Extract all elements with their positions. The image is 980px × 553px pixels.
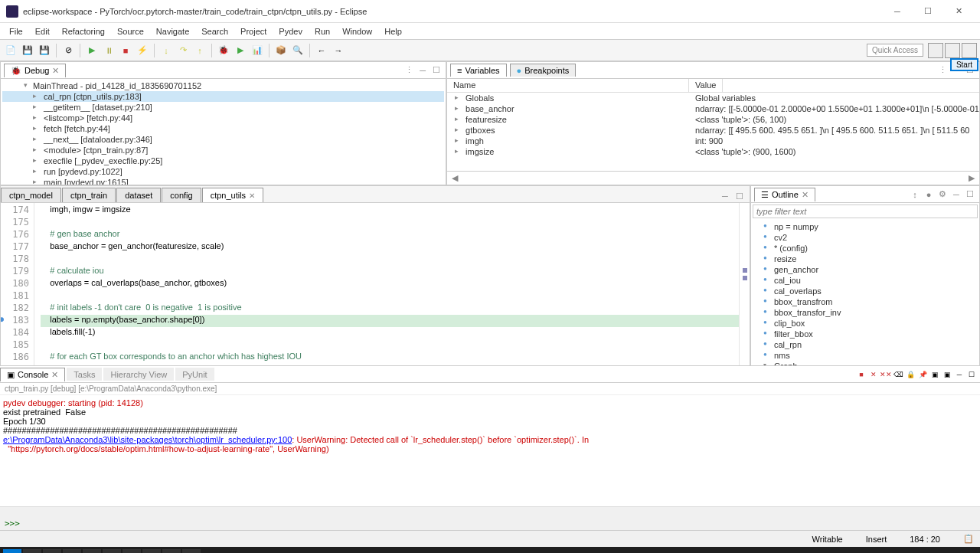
new-class-button[interactable]: 📦	[273, 43, 289, 58]
start-menu-button[interactable]	[3, 549, 21, 553]
perspective-menu[interactable]	[962, 43, 977, 58]
menu-run[interactable]: Run	[309, 25, 336, 38]
thread-node[interactable]: MainThread - pid_14128_id_1835690701152	[2, 80, 444, 91]
quick-access-input[interactable]: Quick Access	[867, 44, 923, 57]
outline-item[interactable]: cal_overlaps	[753, 286, 978, 296]
outline-item[interactable]: clip_box	[753, 318, 978, 329]
windows-taskbar[interactable]	[0, 547, 980, 553]
menu-search[interactable]: Search	[195, 25, 234, 38]
editor-tab[interactable]: config	[162, 188, 201, 202]
debug-tab[interactable]: 🐞 Debug ✕	[4, 64, 66, 77]
debug-stack-tree[interactable]: MainThread - pid_14128_id_1835690701152 …	[1, 79, 446, 185]
scroll-lock-button[interactable]: 🔒	[905, 369, 916, 380]
hide-fields-button[interactable]: ●	[923, 188, 935, 201]
close-icon[interactable]: ✕	[51, 370, 58, 380]
menu-file[interactable]: File	[3, 25, 29, 38]
outline-item[interactable]: cal_iou	[753, 275, 978, 286]
taskbar-app[interactable]	[162, 549, 181, 553]
left-arrow-icon[interactable]: ◀	[447, 173, 462, 183]
taskbar-app[interactable]	[63, 549, 81, 553]
stack-frame[interactable]: execfile [_pydev_execfile.py:25]	[2, 155, 444, 166]
minimize-pane[interactable]: ─	[954, 369, 965, 380]
outline-item[interactable]: cv2	[753, 232, 978, 243]
close-icon[interactable]: ✕	[249, 191, 255, 200]
value-column[interactable]: Value	[689, 79, 723, 92]
console-tab[interactable]: ▣ Console ✕	[0, 368, 65, 381]
outline-item[interactable]: * (config)	[753, 243, 978, 254]
stack-frame[interactable]: __next__ [dataloader.py:346]	[2, 134, 444, 145]
menu-help[interactable]: Help	[378, 25, 408, 38]
minimize-button[interactable]: ─	[882, 1, 913, 22]
filter-button[interactable]: ⚙	[936, 188, 949, 201]
maximize-editor[interactable]: ☐	[736, 191, 746, 202]
stack-frame[interactable]: __getitem__ [dataset.py:210]	[2, 102, 444, 113]
outline-tree[interactable]: np = numpy cv2 * (config) resize gen_anc…	[751, 220, 979, 365]
console-output[interactable]: pydev debugger: starting (pid: 14128) ex…	[0, 395, 980, 506]
editor-tab[interactable]: ctpn_model	[1, 188, 61, 202]
horizontal-scrollbar[interactable]	[0, 506, 980, 517]
search-button[interactable]: 🔍	[290, 43, 305, 58]
resume-button[interactable]: ▶	[84, 43, 100, 58]
maximize-button[interactable]: ☐	[913, 1, 943, 22]
close-button[interactable]: ✕	[943, 1, 974, 22]
outline-item[interactable]: bbox_transfor_inv	[753, 307, 978, 318]
skip-breakpoints-button[interactable]: ⊘	[60, 43, 76, 58]
stack-frame[interactable]: fetch [fetch.py:44]	[2, 123, 444, 134]
debug-perspective[interactable]	[945, 43, 960, 58]
overview-ruler[interactable]	[739, 203, 750, 365]
maximize-pane[interactable]: ☐	[430, 64, 443, 77]
outline-item[interactable]: resize	[753, 254, 978, 264]
pyunit-tab[interactable]: PyUnit	[175, 368, 214, 381]
sort-button[interactable]: ↕	[909, 188, 921, 201]
variables-list[interactable]: GlobalsGlobal variables base_anchorndarr…	[447, 93, 979, 171]
menu-refactoring[interactable]: Refactoring	[56, 25, 111, 38]
stack-frame[interactable]: run [pydevd.py:1022]	[2, 166, 444, 177]
suspend-button[interactable]: ⏸	[101, 43, 116, 58]
outline-item[interactable]: cal_rpn	[753, 339, 978, 350]
console-prompt[interactable]: >>>	[0, 517, 980, 530]
disconnect-button[interactable]: ⚡	[135, 43, 150, 58]
taskbar-app[interactable]	[142, 549, 161, 553]
save-button[interactable]: 💾	[20, 43, 35, 58]
stack-frame[interactable]: <listcomp> [fetch.py:44]	[2, 113, 444, 123]
close-icon[interactable]: ✕	[802, 190, 808, 200]
display-console-button[interactable]: ▣	[929, 369, 940, 380]
outline-tab[interactable]: ☰ Outline ✕	[754, 188, 815, 201]
menu-window[interactable]: Window	[336, 25, 378, 38]
breakpoints-tab[interactable]: ● Breakpoints	[510, 64, 577, 77]
remove-all-button[interactable]: ✕✕	[880, 369, 891, 380]
taskbar-app[interactable]	[182, 549, 201, 553]
terminate-console-button[interactable]: ■	[856, 369, 867, 380]
minimize-pane[interactable]: ─	[950, 188, 962, 201]
clear-console-button[interactable]: ⌫	[893, 369, 903, 380]
debug-view-menu[interactable]: ⋮	[403, 64, 415, 77]
terminate-button[interactable]: ■	[118, 43, 133, 58]
debug-button[interactable]: 🐞	[216, 43, 231, 58]
save-all-button[interactable]: 💾	[37, 43, 52, 58]
outline-item[interactable]: filter_bbox	[753, 329, 978, 339]
stack-frame[interactable]: <module> [ctpn_train.py:87]	[2, 145, 444, 155]
tasks-tab[interactable]: Tasks	[67, 368, 102, 381]
line-gutter[interactable]: 174 175 176 177 178 179 180 181 182 183 …	[1, 203, 34, 365]
remove-launch-button[interactable]: ✕	[868, 369, 879, 380]
pin-console-button[interactable]: 📌	[917, 369, 928, 380]
task-view-button[interactable]	[43, 549, 61, 553]
menu-source[interactable]: Source	[111, 25, 150, 38]
menu-navigate[interactable]: Navigate	[150, 25, 195, 38]
outline-item[interactable]: gen_anchor	[753, 264, 978, 275]
step-over-button[interactable]: ↷	[175, 43, 191, 58]
start-button[interactable]: Start	[950, 58, 978, 71]
minimize-editor[interactable]: ─	[722, 191, 733, 202]
taskbar-app[interactable]	[83, 549, 101, 553]
code-editor[interactable]: imgh, imgw = imgsize # gen base anchor b…	[34, 203, 739, 365]
open-console-button[interactable]: ▣	[942, 369, 952, 380]
taskbar-app[interactable]	[122, 549, 141, 553]
coverage-button[interactable]: 📊	[250, 43, 265, 58]
menu-project[interactable]: Project	[234, 25, 273, 38]
run-button[interactable]: ▶	[233, 43, 248, 58]
vars-view-menu[interactable]: ⋮	[936, 64, 949, 77]
menu-pydev[interactable]: Pydev	[273, 25, 309, 38]
outline-item-graph[interactable]: Graph	[753, 361, 978, 365]
stack-frame[interactable]: cal_rpn [ctpn_utils.py:183]	[2, 91, 444, 102]
menu-edit[interactable]: Edit	[29, 25, 56, 38]
